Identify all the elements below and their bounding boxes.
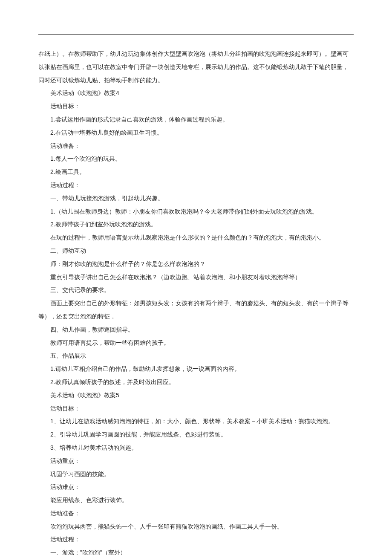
text-line: 1、让幼儿在游戏活动感知泡泡的特征，如：大小、颜色、形状等，美术教案－小班美术活… [38, 415, 354, 428]
text-line: 2.教师认真倾听孩子的叙述，并及时做出回应。 [38, 376, 354, 389]
text-line: 教师可用语言提示，帮助一些有困难的孩子。 [38, 336, 354, 350]
text-line: 1.（幼儿围在教师身边）教师：小朋友你们喜欢吹泡泡吗？今天老师带你们到外面去玩吹… [38, 205, 354, 218]
text-line: 活动过程： [38, 533, 354, 546]
text-line: 活动准备： [38, 507, 354, 520]
text-line: 美术活动《吹泡泡》教案5 [38, 389, 354, 402]
text-line: 2、引导幼儿巩固学习画圆的技能，并能应用线条、色彩进行装饰。 [38, 428, 354, 441]
text-line: 活动目标： [38, 100, 354, 113]
text-line: 巩固学习画圆的技能。 [38, 468, 354, 481]
text-line: 一、带幼儿玩接泡泡游戏，引起幼儿兴趣。 [38, 192, 354, 205]
text-line: 能应用线条、色彩进行装饰。 [38, 494, 354, 507]
text-line: 2.教师带孩子们到室外玩吹泡泡的游戏。 [38, 218, 354, 231]
text-line: 师：刚才你吹的泡泡是什么样子的？你是怎么样吹泡泡的？ [38, 257, 354, 271]
text-line: 在纸上）。在教师帮助下，幼儿边玩边集体创作大型壁画吹泡泡（将幼儿分组拍画的吹泡泡… [38, 47, 354, 87]
text-line: 二、师幼互动 [38, 244, 354, 257]
text-line: 1.尝试运用作画的形式记录自己喜欢的游戏，体验作画过程的乐趣。 [38, 113, 354, 126]
text-line: 四、幼儿作画，教师巡回指导。 [38, 323, 354, 336]
text-line: 在玩的过程中，教师用语言提示幼儿观察泡泡是什么形状的？是什么颜色的？有的泡泡大，… [38, 231, 354, 244]
text-line: 活动难点： [38, 480, 354, 494]
text-line: 一、游戏："吹泡泡"（室外） [38, 546, 354, 555]
text-line: 美术活动《吹泡泡》教案4 [38, 87, 354, 100]
text-line: 2.在活动中培养幼儿良好的绘画卫生习惯。 [38, 126, 354, 139]
top-rule [38, 34, 354, 35]
text-line: 1.每人一个吹泡泡的玩具。 [38, 152, 354, 165]
text-line: 2.绘画工具。 [38, 165, 354, 179]
text-line: 活动过程： [38, 179, 354, 192]
text-line: 五、作品展示 [38, 349, 354, 362]
text-line: 画面上要突出自己的外形特征：如男孩短头发；女孩有的有两个辫子、有的蘑菇头、有的短… [38, 297, 354, 310]
text-line: 3、培养幼儿对美术活动的兴趣。 [38, 441, 354, 454]
text-line: 活动目标： [38, 402, 354, 415]
text-line: 活动准备： [38, 139, 354, 153]
document-body: 在纸上）。在教师帮助下，幼儿边玩边集体创作大型壁画吹泡泡（将幼儿分组拍画的吹泡泡… [38, 47, 354, 555]
text-line: 吹泡泡玩具两套，熊猫头饰一个、人手一张印有熊猫吹泡泡的画纸、作画工具人手一份。 [38, 520, 354, 533]
text-line: 重点引导孩子讲出自己怎么样在吹泡泡？（边吹边跑、站着吹泡泡、和小朋友对着吹泡泡等… [38, 271, 354, 284]
text-line: 等），还要突出泡泡的特征， [38, 310, 354, 323]
text-line: 1.请幼儿互相介绍自己的作品，鼓励幼儿发挥想象，说一说画面的内容。 [38, 362, 354, 376]
text-line: 三、交代记录的要求。 [38, 283, 354, 297]
text-line: 活动重点： [38, 454, 354, 468]
